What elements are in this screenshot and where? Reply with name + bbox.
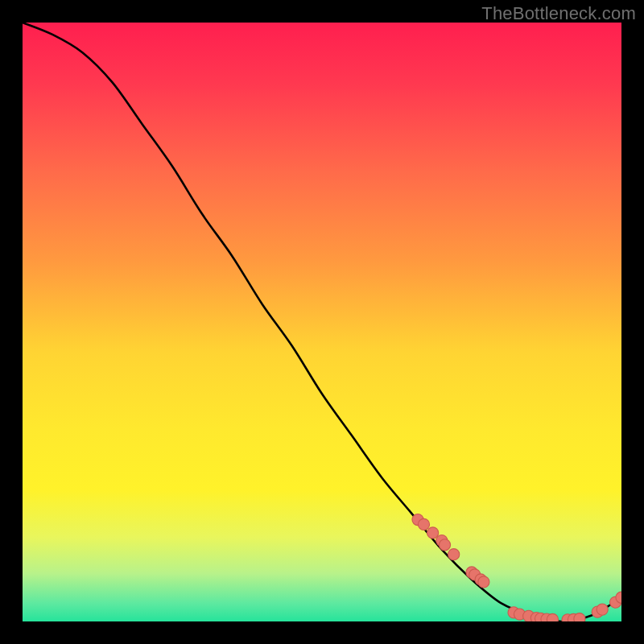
curve-layer (23, 23, 621, 621)
highlight-dot (547, 613, 558, 621)
highlight-dots-lower (508, 592, 621, 621)
plot-area (23, 23, 621, 621)
highlight-dot (574, 613, 585, 621)
highlight-dot (478, 576, 489, 588)
highlight-dot (439, 539, 450, 551)
chart-frame: TheBottleneck.com (0, 0, 644, 644)
highlight-dots-upper (412, 514, 489, 588)
watermark-text: TheBottleneck.com (481, 3, 636, 24)
highlight-dot (597, 604, 608, 615)
highlight-dot (448, 549, 460, 560)
highlight-dot (418, 518, 429, 530)
bottleneck-curve (23, 23, 621, 621)
highlight-dot (427, 527, 439, 539)
